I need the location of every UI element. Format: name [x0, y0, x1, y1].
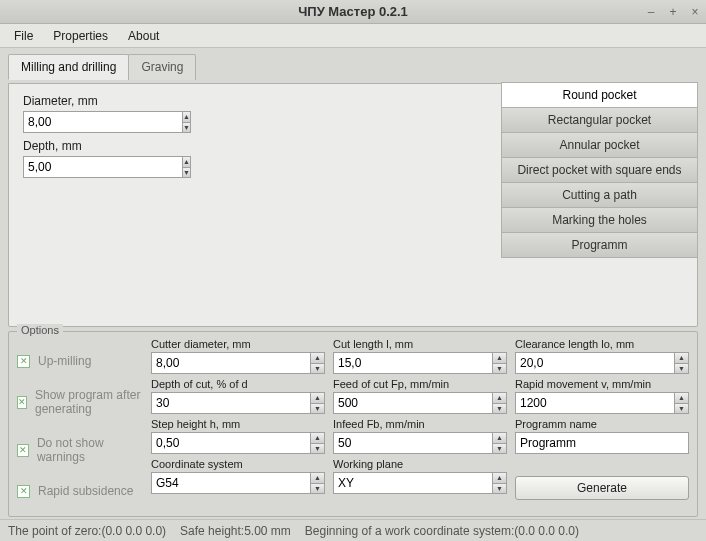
no-warnings-label: Do not show warnings	[37, 436, 143, 464]
feed-fp-input[interactable]	[333, 392, 492, 414]
rapid-sub-label: Rapid subsidence	[38, 484, 133, 498]
check-rapid-subsidence[interactable]: ✕	[17, 485, 30, 498]
spin-down-icon[interactable]: ▼	[493, 364, 506, 374]
minimize-icon[interactable]: –	[644, 5, 658, 19]
rapid-v-label: Rapid movement v, mm/min	[515, 378, 689, 390]
diameter-input[interactable]	[23, 111, 182, 133]
window-title: ЧПУ Мастер 0.2.1	[298, 4, 408, 19]
check-up-milling[interactable]: ✕	[17, 355, 30, 368]
menu-bar: File Properties About	[0, 24, 706, 48]
show-program-label: Show program after generating	[35, 388, 143, 416]
depth-cut-input[interactable]	[151, 392, 310, 414]
spin-down-icon[interactable]: ▼	[493, 444, 506, 454]
spin-up-icon[interactable]: ▲	[311, 433, 324, 444]
diameter-label: Diameter, mm	[23, 94, 375, 108]
spin-down-icon[interactable]: ▼	[183, 123, 190, 133]
maximize-icon[interactable]: +	[666, 5, 680, 19]
spin-down-icon[interactable]: ▼	[311, 404, 324, 414]
rapid-v-input[interactable]	[515, 392, 674, 414]
menu-properties[interactable]: Properties	[45, 27, 116, 45]
up-milling-label: Up-milling	[38, 354, 91, 368]
status-bar: The point of zero:(0.0 0.0 0.0) Safe hei…	[0, 519, 706, 541]
depth-cut-label: Depth of cut, % of d	[151, 378, 325, 390]
spin-up-icon[interactable]: ▲	[311, 353, 324, 364]
op-cutting-path[interactable]: Cutting a path	[501, 182, 698, 208]
tab-pane: Diameter, mm ▲▼ Depth, mm ▲▼ Round pocke…	[8, 83, 698, 327]
close-icon[interactable]: ×	[688, 5, 702, 19]
cut-len-label: Cut length l, mm	[333, 338, 507, 350]
op-round-pocket[interactable]: Round pocket	[501, 82, 698, 108]
generate-button[interactable]: Generate	[515, 476, 689, 500]
spin-down-icon[interactable]: ▼	[675, 364, 688, 374]
infeed-input[interactable]	[333, 432, 492, 454]
progname-input[interactable]	[515, 432, 689, 454]
clearance-label: Clearance length lo, mm	[515, 338, 689, 350]
cutter-d-input[interactable]	[151, 352, 310, 374]
spin-up-icon[interactable]: ▲	[493, 393, 506, 404]
menu-file[interactable]: File	[6, 27, 41, 45]
infeed-label: Infeed Fb, mm/min	[333, 418, 507, 430]
status-wcs: Beginning of a work coordinate system:(0…	[305, 524, 579, 538]
step-h-label: Step height h, mm	[151, 418, 325, 430]
cut-len-input[interactable]	[333, 352, 492, 374]
title-bar: ЧПУ Мастер 0.2.1 – + ×	[0, 0, 706, 24]
operation-list: Round pocket Rectangular pocket Annular …	[501, 83, 698, 258]
spin-down-icon[interactable]: ▼	[493, 484, 506, 494]
op-rectangular-pocket[interactable]: Rectangular pocket	[501, 107, 698, 133]
plane-label: Working plane	[333, 458, 507, 470]
op-programm[interactable]: Programm	[501, 232, 698, 258]
spin-up-icon[interactable]: ▲	[493, 353, 506, 364]
spin-up-icon[interactable]: ▲	[493, 433, 506, 444]
tab-bar: Milling and drilling Graving	[8, 54, 698, 80]
spin-up-icon[interactable]: ▲	[183, 157, 190, 168]
status-zero: The point of zero:(0.0 0.0 0.0)	[8, 524, 166, 538]
spin-up-icon[interactable]: ▲	[493, 473, 506, 484]
spin-up-icon[interactable]: ▲	[183, 112, 190, 123]
status-safe: Safe height:5.00 mm	[180, 524, 291, 538]
spin-up-icon[interactable]: ▲	[311, 473, 324, 484]
progname-label: Programm name	[515, 418, 689, 430]
spin-down-icon[interactable]: ▼	[311, 484, 324, 494]
spin-down-icon[interactable]: ▼	[675, 404, 688, 414]
clearance-input[interactable]	[515, 352, 674, 374]
spin-up-icon[interactable]: ▲	[675, 353, 688, 364]
check-no-warnings[interactable]: ✕	[17, 444, 29, 457]
cutter-d-label: Cutter diameter, mm	[151, 338, 325, 350]
plane-input[interactable]	[333, 472, 492, 494]
op-direct-pocket[interactable]: Direct pocket with square ends	[501, 157, 698, 183]
tab-graving[interactable]: Graving	[128, 54, 196, 80]
spin-down-icon[interactable]: ▼	[183, 168, 190, 178]
menu-about[interactable]: About	[120, 27, 167, 45]
coord-input[interactable]	[151, 472, 310, 494]
options-group: Options ✕Up-milling ✕Show program after …	[8, 331, 698, 517]
coord-label: Coordinate system	[151, 458, 325, 470]
spin-down-icon[interactable]: ▼	[493, 404, 506, 414]
check-show-program[interactable]: ✕	[17, 396, 27, 409]
depth-input[interactable]	[23, 156, 182, 178]
spin-up-icon[interactable]: ▲	[675, 393, 688, 404]
spin-up-icon[interactable]: ▲	[311, 393, 324, 404]
op-annular-pocket[interactable]: Annular pocket	[501, 132, 698, 158]
spin-down-icon[interactable]: ▼	[311, 364, 324, 374]
feed-fp-label: Feed of cut Fp, mm/min	[333, 378, 507, 390]
options-legend: Options	[17, 324, 63, 336]
tab-milling[interactable]: Milling and drilling	[8, 54, 129, 80]
step-h-input[interactable]	[151, 432, 310, 454]
depth-label: Depth, mm	[23, 139, 375, 153]
spin-down-icon[interactable]: ▼	[311, 444, 324, 454]
op-marking-holes[interactable]: Marking the holes	[501, 207, 698, 233]
